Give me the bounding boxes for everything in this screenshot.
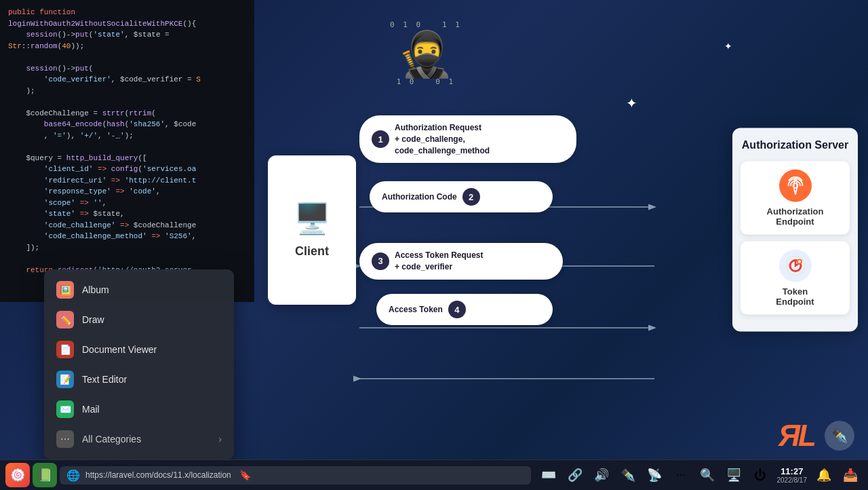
mail-icon: ✉️ [56,400,74,418]
menu-item-document-viewer[interactable]: 📄 Document Viewer [44,335,234,364]
taskbar-power[interactable]: ⏻ [748,463,772,487]
hacker-figure: 0 1 0 1 1 🥷 1 0 0 1 [390,20,462,86]
menu-item-draw-label: Draw [82,314,104,325]
taskbar-keyboard[interactable]: ⌨️ [536,463,561,487]
step-3-badge: 3 [372,252,389,270]
taskbar-time: 11:27 [781,466,803,476]
all-categories-icon: ⋯ [56,430,74,448]
menu-item-mail-label: Mail [82,404,100,415]
taskbar: 🍥 📗 🌐 https://laravel.com/docs/11.x/loca… [0,459,868,490]
menu-item-all-categories-label: All Categories [82,434,141,445]
diagram-area: ✦ ✦ 0 1 0 1 1 🥷 1 0 0 1 🖥️ Client 1 [254,0,868,459]
client-label: Client [295,244,329,259]
authorization-endpoint-label: AuthorizationEndpoint [767,206,824,227]
menu-item-text-editor-label: Text Editor [82,374,127,385]
step-1-text: Authorization Request+ code_challenge,co… [395,122,490,156]
fingerprint-icon [779,170,812,202]
star-decoration-2: ✦ [724,41,732,52]
bookmark-icon: 🔖 [239,470,251,480]
text-editor-icon: 📝 [56,371,74,388]
authorization-endpoint: AuthorizationEndpoint [741,162,850,235]
taskbar-notification[interactable]: 🔔 [812,463,836,487]
document-viewer-icon: 📄 [56,341,74,358]
menu-item-album[interactable]: 🖼️ Album [44,275,234,305]
taskbar-dots[interactable]: ⋯ [669,463,693,487]
taskbar-date: 2022/8/17 [777,476,808,484]
url-text: https://laravel.com/docs/11.x/localizati… [85,470,231,480]
taskbar-search[interactable]: 🔍 [695,463,719,487]
rl-logo: ЯL [778,419,814,453]
album-icon: 🖼️ [56,281,74,299]
context-menu: 🖼️ Album ✏️ Draw 📄 Document Viewer 📝 Tex… [44,269,234,459]
taskbar-display[interactable]: 🖥️ [722,463,746,487]
auth-server-box: Authorization Server AuthorizationEndpoi… [732,128,858,332]
step-3-box: 3 Access Token Request+ code_verifier [359,243,563,280]
taskbar-bluetooth[interactable]: 🔗 [563,463,587,487]
taskbar-url-bar[interactable]: 🌐 https://laravel.com/docs/11.x/localiza… [60,466,531,485]
taskbar-network[interactable]: 📡 [642,463,667,487]
taskbar-right-icons: ⌨️ 🔗 🔊 ✒️ 📡 ⋯ 🔍 🖥️ ⏻ 11:27 2022/8/17 🔔 📥 [536,463,863,487]
client-box: 🖥️ Client [268,155,356,305]
step-4-box: Access Token 4 [376,294,553,325]
menu-item-album-label: Album [82,284,109,295]
menu-item-draw[interactable]: ✏️ Draw [44,305,234,335]
menu-item-all-categories[interactable]: ⋯ All Categories › [44,424,234,454]
client-icon: 🖥️ [294,201,331,236]
code-editor: public function loginWithOauth2WithoutSo… [0,0,254,302]
taskbar-files[interactable]: 📗 [33,463,57,487]
step-2-box: Authorization Code 2 [370,181,553,212]
all-categories-arrow: › [218,434,222,445]
draw-icon: ✏️ [56,311,74,328]
menu-item-mail[interactable]: ✉️ Mail [44,394,234,424]
browser-icon: 🌐 [66,469,80,482]
menu-item-document-viewer-label: Document Viewer [82,344,157,355]
svg-point-8 [798,261,801,263]
auth-server-title: Authorization Server [741,138,850,152]
step-2-badge: 2 [462,188,480,206]
step-1-box: 1 Authorization Request+ code_challenge,… [359,115,576,163]
step-3-text: Access Token Request+ code_verifier [395,250,484,273]
menu-item-text-editor[interactable]: 📝 Text Editor [44,364,234,394]
step-4-badge: 4 [448,301,466,318]
taskbar-launcher[interactable]: 🍥 [5,463,30,487]
taskbar-tray[interactable]: 📥 [838,463,863,487]
logos-area: ЯL ✒️ [778,419,854,453]
pencil-logo: ✒️ [825,421,854,451]
taskbar-clock: 11:27 2022/8/17 [777,466,808,484]
token-endpoint: TokenEndpoint [741,242,850,315]
star-decoration-1: ✦ [626,95,637,111]
taskbar-pen[interactable]: ✒️ [616,463,640,487]
step-1-badge: 1 [372,130,389,148]
token-icon [779,250,812,282]
step-2-text: Authorization Code [382,191,457,203]
taskbar-volume[interactable]: 🔊 [589,463,614,487]
token-endpoint-label: TokenEndpoint [776,286,814,307]
step-4-text: Access Token [389,304,443,316]
